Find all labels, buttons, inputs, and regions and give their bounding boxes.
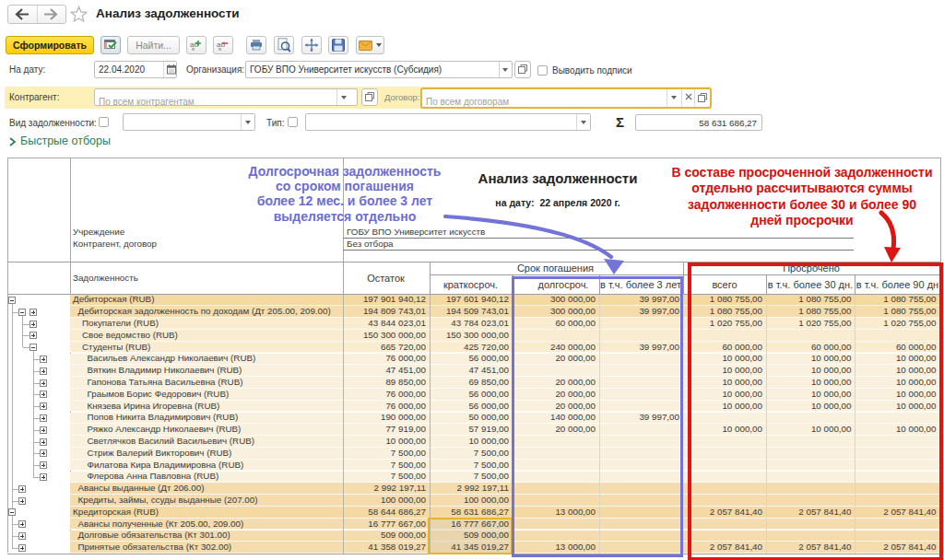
svg-text:в: в [218,46,221,52]
svg-text:в: в [192,46,195,52]
